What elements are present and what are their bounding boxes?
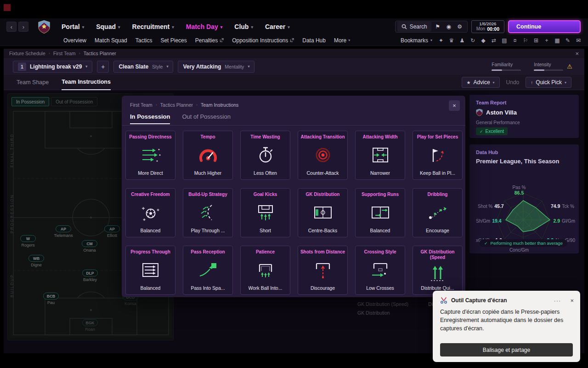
- subnav-opposition-instructions[interactable]: Opposition Instructions: [232, 37, 294, 44]
- breadcrumb-item[interactable]: Team Instructions: [201, 102, 238, 108]
- team-report-panel[interactable]: Team Report Aston Villa General Performa…: [469, 95, 579, 138]
- refresh-icon[interactable]: ↻: [469, 37, 476, 44]
- tactic-slot-dropdown[interactable]: 1 Lightning break v29 ▾: [13, 61, 92, 73]
- breadcrumb-separator: ›: [79, 51, 80, 56]
- quick-pick-button[interactable]: ↑ Quick Pick ▾: [526, 77, 571, 88]
- subnav-tactics[interactable]: Tactics: [136, 37, 153, 44]
- club-crest[interactable]: [38, 20, 51, 34]
- stats-icon[interactable]: ⊞: [533, 37, 539, 44]
- subnav-more[interactable]: More▾: [334, 37, 350, 44]
- tab-team-shape[interactable]: Team Shape: [17, 79, 49, 86]
- style-dropdown[interactable]: Clean Slate Style ▾: [113, 61, 173, 73]
- radar-chart-area: Pas %86.5Shot %45.774.9Tck %Sh/Gm19.42.9…: [469, 165, 579, 234]
- close-icon[interactable]: ×: [575, 50, 579, 57]
- style-label: Style: [152, 64, 163, 69]
- bookmarks-menu[interactable]: Bookmarks ▾: [401, 37, 432, 44]
- undo-button[interactable]: Undo: [506, 79, 520, 86]
- tactic-name: Lightning break v29: [30, 63, 82, 70]
- subnav-match-squad[interactable]: Match Squad: [95, 37, 127, 44]
- medical-icon[interactable]: +: [543, 37, 550, 44]
- instruction-card-pass-reception[interactable]: Pass ReceptionPass Into Spa...: [183, 246, 233, 295]
- toast-body: Capture d'écran copiée dans le Presse-pa…: [433, 304, 580, 333]
- nav-label: Club: [234, 23, 249, 30]
- instruction-card-patience[interactable]: PatienceWork Ball Into...: [240, 246, 290, 295]
- chat-icon[interactable]: ✦: [438, 37, 444, 44]
- modal-tab-in-possession[interactable]: In Possession: [130, 113, 170, 124]
- instruction-card-build-up-strategy[interactable]: Build-Up StrategyPlay Through ...: [183, 188, 233, 237]
- back-button[interactable]: ‹: [6, 22, 17, 32]
- instruction-card-play-for-set-pieces[interactable]: Play for Set PiecesKeep Ball in Pl...: [413, 131, 463, 180]
- instruction-card-gk-distribution-speed[interactable]: GK Distribution (SpeedDistribute Qui...: [413, 246, 463, 295]
- instruction-card-passing-directness[interactable]: Passing DirectnessMore Direct: [125, 131, 175, 180]
- nav-match-day[interactable]: Match Day▾: [186, 23, 223, 30]
- toast-app-name: Outil Capture d'écran: [451, 297, 550, 304]
- subnav-overview[interactable]: Overview: [63, 37, 86, 44]
- achievements-icon[interactable]: ◆: [480, 37, 486, 44]
- star-icon: ★: [467, 80, 471, 85]
- mentality-dropdown[interactable]: Very Attacking Mentality ▾: [178, 61, 254, 73]
- modal-breadcrumb: First Team›Tactics Planner›Team Instruct…: [130, 102, 238, 108]
- transfers-icon[interactable]: ⇄: [491, 37, 497, 44]
- subnav-penalties[interactable]: Penalties: [195, 37, 224, 44]
- add-tactic-button[interactable]: +: [97, 61, 109, 73]
- advice-button[interactable]: ★ Advice ▾: [462, 77, 500, 88]
- tab-team-instructions[interactable]: Team Instructions: [62, 75, 111, 90]
- chevron-down-icon: ▾: [82, 25, 85, 29]
- radar-stat-label: Sh/Gm: [476, 218, 490, 224]
- notes-icon[interactable]: ✎: [565, 37, 571, 44]
- warning-icon[interactable]: ⚠: [567, 63, 572, 70]
- instruction-title: Dribbling: [428, 192, 448, 197]
- instruction-card-attacking-transition[interactable]: Attacking TransitionCounter-Attack: [298, 131, 348, 180]
- modal-close-button[interactable]: ×: [449, 100, 460, 111]
- trophy-icon[interactable]: ♛: [448, 37, 455, 44]
- instruction-value: Short: [260, 228, 271, 233]
- nav-career[interactable]: Career▾: [265, 23, 290, 30]
- instruction-card-dribbling[interactable]: DribblingEncourage: [413, 188, 463, 237]
- instruction-card-time-wasting[interactable]: Time WastingLess Often: [240, 131, 290, 180]
- continue-button[interactable]: Continue: [508, 20, 581, 33]
- instruction-card-shots-from-distance[interactable]: Shots from DistanceDiscourage: [298, 246, 348, 295]
- snipping-tool-toast: Outil Capture d'écran ··· × Capture d'éc…: [433, 291, 580, 362]
- settings-icon[interactable]: ⚙: [454, 22, 465, 32]
- nav-squad[interactable]: Squad▾: [96, 23, 120, 30]
- search-button[interactable]: Search: [397, 22, 431, 32]
- modal-tab-out-of-possession[interactable]: Out of Possession: [182, 113, 231, 124]
- kit-icon[interactable]: ♟: [459, 37, 465, 44]
- reports-icon[interactable]: ▤: [501, 37, 508, 44]
- nav-portal[interactable]: Portal▾: [62, 23, 84, 30]
- subnav-data-hub[interactable]: Data Hub: [302, 37, 326, 44]
- subnav-set-pieces[interactable]: Set Pieces: [160, 37, 187, 44]
- finances-icon[interactable]: ¤: [512, 37, 518, 44]
- instruction-card-creative-freedom[interactable]: Creative FreedomBalanced: [125, 188, 175, 237]
- instruction-card-progress-through[interactable]: Progress ThroughBalanced: [125, 246, 175, 295]
- instruction-card-attacking-width[interactable]: Attacking WidthNarrower: [355, 131, 405, 180]
- toast-action-button[interactable]: Balisage et partage: [440, 343, 573, 356]
- instruction-card-gk-distribution[interactable]: GK DistributionCentre-Backs: [298, 188, 348, 237]
- instruction-title: Creative Freedom: [131, 192, 170, 197]
- breadcrumb-item[interactable]: Tactics Planner: [84, 51, 116, 56]
- game-date[interactable]: 1/6/2026 Mon00:00: [471, 20, 504, 33]
- breadcrumb-item[interactable]: First Team: [130, 102, 153, 108]
- calendar-icon[interactable]: ▦: [554, 37, 560, 44]
- patience-icon: [255, 255, 276, 285]
- breadcrumb-item[interactable]: Fixture Schedule: [9, 51, 45, 56]
- suggestions-icon[interactable]: ◉: [443, 22, 454, 32]
- inbox-icon[interactable]: ✉: [575, 37, 582, 44]
- instruction-card-supporting-runs[interactable]: Supporting RunsBalanced: [355, 188, 405, 237]
- toast-menu-icon[interactable]: ···: [554, 297, 561, 304]
- nav-club[interactable]: Club▾: [234, 23, 253, 30]
- instruction-card-tempo[interactable]: TempoMuch Higher: [183, 131, 233, 180]
- forward-button[interactable]: ›: [18, 22, 28, 32]
- instruction-card-crossing-style[interactable]: Crossing StyleLow Crosses: [355, 246, 405, 295]
- familiarity-meter: Familiarity: [492, 62, 521, 71]
- nav-recruitment[interactable]: Recruitment▾: [132, 23, 174, 30]
- toast-close-icon[interactable]: ×: [570, 297, 574, 304]
- nation-flag-icon[interactable]: ⚐: [522, 37, 529, 44]
- data-hub-panel[interactable]: Data Hub Premier League, This Season: [469, 144, 579, 253]
- breadcrumb-item[interactable]: Tactics Planner: [160, 102, 193, 108]
- gk-distribution-speed-icon: [427, 260, 448, 285]
- breadcrumb-item[interactable]: First Team: [53, 51, 76, 56]
- flag-icon[interactable]: ⚑: [432, 22, 443, 32]
- instruction-value: Distribute Qui...: [421, 285, 454, 291]
- instruction-card-goal-kicks[interactable]: Goal KicksShort: [240, 188, 290, 237]
